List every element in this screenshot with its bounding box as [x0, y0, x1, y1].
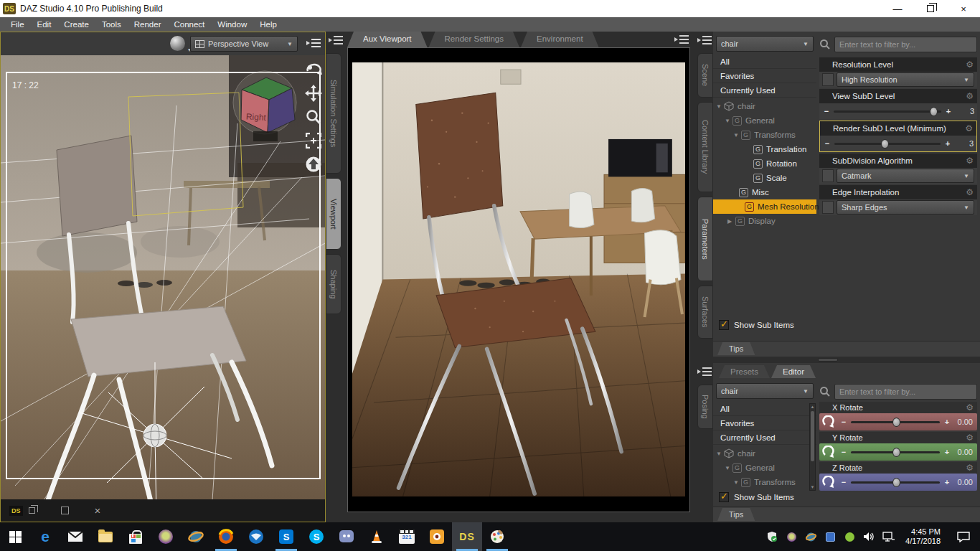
globe-tray-icon[interactable]	[804, 530, 817, 543]
key-cell[interactable]	[822, 73, 834, 86]
rendered-image[interactable]	[352, 62, 685, 496]
mail-icon[interactable]	[60, 522, 90, 551]
filter-all[interactable]: All	[713, 402, 816, 416]
posing-show-sub-items-checkbox[interactable]: Show Sub Items	[719, 492, 794, 502]
gear-icon[interactable]: ⚙	[966, 91, 974, 101]
volume-icon[interactable]	[862, 530, 875, 543]
right-strip-options-icon[interactable]	[697, 34, 712, 46]
discord-icon[interactable]	[331, 522, 362, 551]
nudge-down-button[interactable]: −	[822, 107, 831, 116]
gear-icon[interactable]: ⚙	[966, 156, 974, 166]
tab-editor[interactable]: Editor	[771, 365, 816, 378]
expander-icon[interactable]: ▼	[725, 465, 732, 471]
firefox-icon[interactable]	[211, 522, 241, 551]
restore-button[interactable]	[914, 0, 947, 17]
tab-simulation-settings[interactable]: Simulation Settings	[326, 53, 341, 174]
nudge-up-button[interactable]: +	[943, 448, 951, 456]
expander-icon[interactable]: ▶	[727, 218, 735, 225]
resolution-level-dropdown[interactable]: High Resolution▼	[837, 72, 974, 87]
tor-browser-icon[interactable]	[151, 522, 181, 551]
edge-icon[interactable]: e	[30, 522, 60, 551]
tab-shaping[interactable]: Shaping	[326, 254, 341, 314]
tab-content-library[interactable]: Content Library	[697, 102, 713, 192]
file-explorer-icon[interactable]	[90, 522, 121, 551]
tree-node-translation[interactable]: G Translation	[713, 142, 816, 156]
menu-file[interactable]: File	[4, 19, 31, 30]
mini-restore-icon[interactable]	[29, 507, 35, 514]
tree-node-transforms[interactable]: ▼G Transforms	[713, 128, 816, 142]
xnview-icon[interactable]	[422, 522, 452, 551]
menu-tools[interactable]: Tools	[95, 19, 128, 30]
edge-interpolation-dropdown[interactable]: Sharp Edges▼	[837, 200, 974, 215]
posing-list-scrollbar[interactable]: ▲ ▼	[809, 403, 816, 491]
tree-node-chair[interactable]: ▼ chair	[713, 99, 816, 113]
slider-thumb[interactable]	[930, 107, 938, 116]
paint-app-icon[interactable]	[482, 522, 512, 551]
menu-create[interactable]: Create	[57, 19, 95, 30]
tips-button[interactable]: Tips	[717, 342, 755, 355]
scroll-up-icon[interactable]: ▲	[810, 405, 815, 409]
skype-business-icon[interactable]: S	[271, 522, 301, 551]
posing-filter-input[interactable]	[834, 384, 977, 400]
tab-viewport[interactable]: Viewport	[326, 178, 341, 250]
show-sub-items-checkbox[interactable]: Show Sub Items	[719, 320, 794, 330]
filter-currently-used[interactable]: Currently Used	[713, 83, 816, 98]
slider-value[interactable]: 0.00	[954, 478, 973, 486]
network-icon[interactable]	[882, 530, 895, 543]
nudge-down-button[interactable]: −	[823, 139, 831, 148]
tab-scene[interactable]: Scene	[697, 53, 713, 98]
gear-icon[interactable]: ⚙	[965, 123, 973, 133]
menu-help[interactable]: Help	[253, 19, 283, 30]
tree-node-display[interactable]: ▶G Display	[713, 214, 816, 228]
posing-strip-options-icon[interactable]	[697, 366, 712, 377]
nudge-up-button[interactable]: +	[943, 139, 952, 148]
viewport-3d-scene[interactable]: 17 : 22	[1, 55, 325, 500]
gear-icon[interactable]: ⚙	[966, 463, 974, 473]
gear-icon[interactable]: ⚙	[966, 60, 974, 70]
taskbar-clock[interactable]: 4:45 PM 4/17/2018	[901, 527, 945, 546]
gear-icon[interactable]: ⚙	[966, 187, 974, 197]
gear-icon[interactable]: ⚙	[966, 433, 974, 443]
frame-tool-icon[interactable]	[303, 131, 324, 151]
menu-render[interactable]: Render	[128, 19, 168, 30]
render-subd-slider[interactable]	[834, 143, 941, 145]
x-rotate-slider[interactable]	[851, 421, 940, 423]
close-button[interactable]: ×	[947, 0, 980, 17]
camera-view-dropdown[interactable]: Perspective View ▼	[190, 36, 298, 52]
slider-value[interactable]: 0.00	[954, 418, 973, 426]
menu-edit[interactable]: Edit	[31, 19, 58, 30]
tree-node-rotation[interactable]: G Rotation	[713, 156, 816, 171]
subdivision-algorithm-dropdown[interactable]: Catmark▼	[837, 169, 974, 183]
expander-icon[interactable]: ▼	[725, 118, 732, 124]
key-cell[interactable]	[822, 169, 834, 182]
filter-favorites[interactable]: Favorites	[713, 416, 816, 430]
filter-favorites[interactable]: Favorites	[713, 69, 816, 83]
scrollbar-thumb[interactable]	[811, 411, 814, 461]
orbit-tool-icon[interactable]	[303, 60, 324, 80]
nudge-down-button[interactable]: −	[839, 448, 848, 456]
mini-close-icon[interactable]: ×	[95, 504, 101, 517]
minimize-button[interactable]: —	[881, 0, 914, 17]
parameters-filter-input[interactable]	[834, 37, 977, 52]
posing-scope-dropdown[interactable]: chair ▼	[716, 383, 814, 399]
left-strip-options-icon[interactable]	[329, 34, 343, 46]
tree-node-chair[interactable]: ▼ chair	[713, 446, 816, 461]
blue-app-tray-icon[interactable]	[824, 530, 837, 543]
defender-icon[interactable]	[765, 530, 778, 543]
tab-surfaces[interactable]: Surfaces	[697, 286, 713, 339]
viewport-options-icon[interactable]	[306, 37, 321, 49]
tab-presets[interactable]: Presets	[719, 365, 770, 378]
tree-node-general[interactable]: ▼G General	[713, 461, 816, 475]
tips-button[interactable]: Tips	[717, 508, 755, 521]
gear-icon[interactable]: ⚙	[966, 402, 974, 413]
tab-render-settings[interactable]: Render Settings	[429, 32, 519, 47]
nudge-up-button[interactable]: +	[944, 107, 953, 116]
slider-thumb[interactable]	[881, 139, 889, 149]
tree-node-scale[interactable]: G Scale	[713, 171, 816, 185]
slider-thumb[interactable]	[892, 418, 900, 427]
view-subd-slider[interactable]	[834, 110, 941, 113]
green-app-tray-icon[interactable]	[843, 530, 856, 543]
parameters-scope-dropdown[interactable]: chair ▼	[716, 36, 814, 52]
daz-studio-icon[interactable]: DS	[452, 522, 482, 551]
tree-node-misc[interactable]: G Misc	[713, 185, 816, 199]
